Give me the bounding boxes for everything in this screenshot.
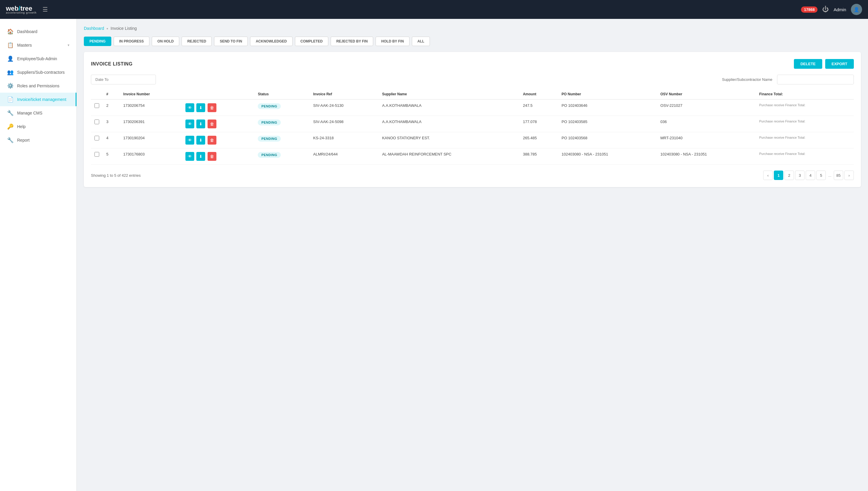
export-button[interactable]: EXPORT bbox=[825, 59, 854, 69]
row-checkbox-cell bbox=[91, 116, 103, 132]
row-po-number-1: PO 102403585 bbox=[558, 116, 657, 132]
tab-on-hold[interactable]: ON HOLD bbox=[152, 36, 179, 46]
card-title: INVOICE LISTING bbox=[91, 61, 133, 67]
status-badge-2: PENDING bbox=[258, 136, 281, 142]
chevron-down-icon: ▾ bbox=[67, 43, 69, 47]
supplier-name-input[interactable] bbox=[777, 75, 854, 84]
sidebar-label-dashboard: Dashboard bbox=[17, 29, 37, 34]
row-finance-total-3: Purchase receive Finance Total: bbox=[756, 148, 854, 165]
delete-row-btn-1[interactable]: 🗑 bbox=[207, 119, 216, 128]
row-supplier-name-2: KANOO STATIONERY EST. bbox=[379, 132, 519, 148]
row-checkbox-1[interactable] bbox=[94, 119, 99, 124]
row-po-number-3: 102403080 - NSA - 231051 bbox=[558, 148, 657, 165]
sidebar-item-suppliers[interactable]: 👥 Suppliers/Sub-contractors bbox=[0, 65, 77, 79]
row-action-btns-0: 👁 ⬇ 🗑 bbox=[182, 99, 254, 116]
download-btn-2[interactable]: ⬇ bbox=[196, 136, 205, 145]
delete-row-btn-2[interactable]: 🗑 bbox=[207, 136, 216, 145]
delete-row-btn-3[interactable]: 🗑 bbox=[207, 152, 216, 161]
delete-button[interactable]: DELETE bbox=[794, 59, 822, 69]
page-btn-2[interactable]: 2 bbox=[784, 171, 794, 180]
row-osv-number-0: OSV-221027 bbox=[657, 99, 756, 116]
row-invoice-number-3: 1730176803 bbox=[120, 148, 182, 165]
row-amount-2: 265.485 bbox=[519, 132, 558, 148]
page-btn-1[interactable]: 1 bbox=[774, 171, 783, 180]
tab-acknowledged[interactable]: ACKNOWLEDGED bbox=[250, 36, 292, 46]
showing-entries: Showing 1 to 5 of 422 entries bbox=[91, 173, 141, 178]
invoice-table: # Invoice Number Status Invoice Ref Supp… bbox=[91, 89, 854, 165]
tab-in-progress[interactable]: IN PROGRESS bbox=[114, 36, 149, 46]
view-btn-1[interactable]: 👁 bbox=[186, 119, 194, 128]
hamburger-icon[interactable]: ☰ bbox=[43, 6, 48, 13]
sidebar-item-masters[interactable]: 📋 Masters ▾ bbox=[0, 38, 77, 52]
sidebar-item-employee[interactable]: 👤 Employee/Sub-Admin bbox=[0, 52, 77, 65]
row-status-0: PENDING bbox=[254, 99, 309, 116]
row-num-1: 3 bbox=[103, 116, 120, 132]
tab-bar: PENDING IN PROGRESS ON HOLD REJECTED SEN… bbox=[84, 36, 861, 46]
row-invoice-ref-0: SIV-AAK-24-5130 bbox=[310, 99, 379, 116]
view-btn-3[interactable]: 👁 bbox=[186, 152, 194, 161]
tab-hold-by-fin[interactable]: HOLD BY FIN bbox=[375, 36, 409, 46]
delete-row-btn-0[interactable]: 🗑 bbox=[207, 103, 216, 112]
notification-badge[interactable]: 17868 bbox=[801, 6, 817, 13]
page-btn-last[interactable]: 85 bbox=[834, 171, 843, 180]
cms-icon: 🔧 bbox=[7, 110, 13, 116]
admin-name: Admin bbox=[834, 7, 846, 12]
row-checkbox-cell bbox=[91, 99, 103, 116]
logout-icon[interactable]: ⏻ bbox=[822, 6, 829, 13]
tab-all[interactable]: ALL bbox=[412, 36, 430, 46]
row-invoice-ref-2: KS-24-3318 bbox=[310, 132, 379, 148]
date-to-input[interactable] bbox=[91, 75, 156, 84]
col-finance-total: Finance Total: bbox=[756, 89, 854, 99]
row-osv-number-3: 102403080 - NSA - 231051 bbox=[657, 148, 756, 165]
row-action-btns-1: 👁 ⬇ 🗑 bbox=[182, 116, 254, 132]
supplier-label: Supplier/Subcontractor Name bbox=[722, 77, 772, 82]
view-btn-2[interactable]: 👁 bbox=[186, 136, 194, 145]
page-ellipsis: ... bbox=[827, 173, 833, 178]
avatar[interactable]: 👤 bbox=[851, 4, 862, 15]
invoice-icon: 📄 bbox=[7, 96, 13, 103]
row-num-2: 4 bbox=[103, 132, 120, 148]
download-btn-3[interactable]: ⬇ bbox=[196, 152, 205, 161]
row-status-2: PENDING bbox=[254, 132, 309, 148]
logo-sub: accelerating growth bbox=[6, 11, 37, 14]
download-btn-0[interactable]: ⬇ bbox=[196, 103, 205, 112]
suppliers-icon: 👥 bbox=[7, 69, 13, 76]
row-finance-total-0: Purchase receive Finance Total: bbox=[756, 99, 854, 116]
view-btn-0[interactable]: 👁 bbox=[186, 103, 194, 112]
row-status-3: PENDING bbox=[254, 148, 309, 165]
sidebar-item-dashboard[interactable]: 🏠 Dashboard bbox=[0, 25, 77, 38]
sidebar-item-help[interactable]: 🔑 Help bbox=[0, 120, 77, 134]
page-btn-3[interactable]: 3 bbox=[795, 171, 805, 180]
row-checkbox-0[interactable] bbox=[94, 103, 99, 108]
row-amount-1: 177.078 bbox=[519, 116, 558, 132]
row-checkbox-3[interactable] bbox=[94, 152, 99, 157]
status-badge-3: PENDING bbox=[258, 152, 281, 158]
tab-rejected[interactable]: REJECTED bbox=[181, 36, 212, 46]
page-btn-5[interactable]: 5 bbox=[816, 171, 826, 180]
breadcrumb-home[interactable]: Dashboard bbox=[84, 26, 104, 31]
sidebar-item-invoice[interactable]: 📄 Invoice/ticket management bbox=[0, 93, 77, 106]
row-checkbox-2[interactable] bbox=[94, 136, 99, 140]
breadcrumb-separator: ● bbox=[107, 27, 108, 30]
download-btn-1[interactable]: ⬇ bbox=[196, 119, 205, 128]
pagination-row: Showing 1 to 5 of 422 entries ‹ 1 2 3 4 … bbox=[91, 171, 854, 180]
sidebar-item-cms[interactable]: 🔧 Manage CMS bbox=[0, 106, 77, 120]
col-amount: Amount bbox=[519, 89, 558, 99]
page-prev-btn[interactable]: ‹ bbox=[763, 171, 773, 180]
sidebar-item-report[interactable]: 🔧 Report bbox=[0, 134, 77, 147]
tab-rejected-by-fin[interactable]: REJECTED BY FIN bbox=[331, 36, 373, 46]
row-supplier-name-0: A.A.KOTHAMBAWALA bbox=[379, 99, 519, 116]
report-icon: 🔧 bbox=[7, 137, 13, 143]
row-invoice-number-0: 1730206754 bbox=[120, 99, 182, 116]
card-header: INVOICE LISTING DELETE EXPORT bbox=[91, 59, 854, 69]
sidebar-item-roles[interactable]: ⚙️ Roles and Permissions bbox=[0, 79, 77, 93]
tab-completed[interactable]: COMPLETED bbox=[295, 36, 328, 46]
sidebar-label-cms: Manage CMS bbox=[17, 111, 43, 115]
page-next-btn[interactable]: › bbox=[844, 171, 854, 180]
tab-pending[interactable]: PENDING bbox=[84, 36, 111, 46]
table-row: 2 1730206754 👁 ⬇ 🗑 PENDING SIV-AAK-24-51… bbox=[91, 99, 854, 116]
row-supplier-name-3: AL-MAAWDAH REINFORCEMENT SPC bbox=[379, 148, 519, 165]
breadcrumb: Dashboard ● Invoice Listing bbox=[84, 26, 861, 31]
page-btn-4[interactable]: 4 bbox=[806, 171, 815, 180]
tab-send-to-fin[interactable]: SEND TO FIN bbox=[214, 36, 248, 46]
